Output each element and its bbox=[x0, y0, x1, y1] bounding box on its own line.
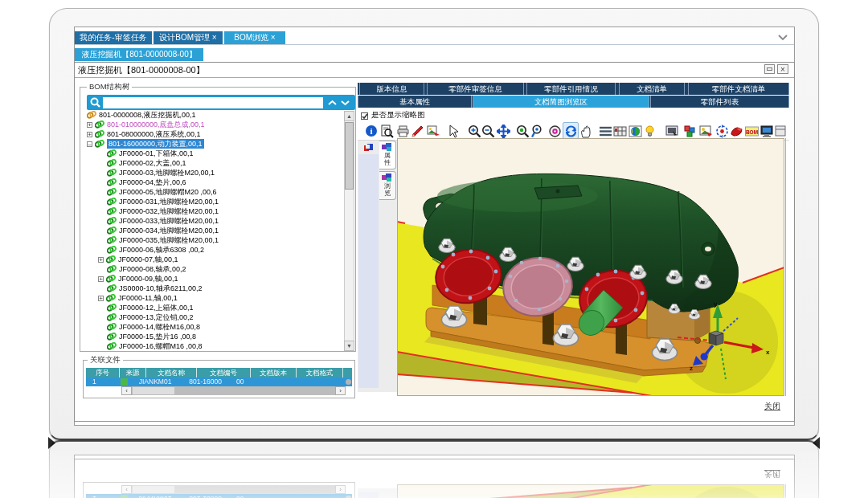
svg-text:i: i bbox=[370, 126, 372, 136]
svg-text:x: x bbox=[766, 349, 770, 356]
svg-text:BOM: BOM bbox=[746, 129, 758, 135]
svg-text:z: z bbox=[690, 365, 693, 372]
svg-text:y: y bbox=[714, 300, 718, 308]
